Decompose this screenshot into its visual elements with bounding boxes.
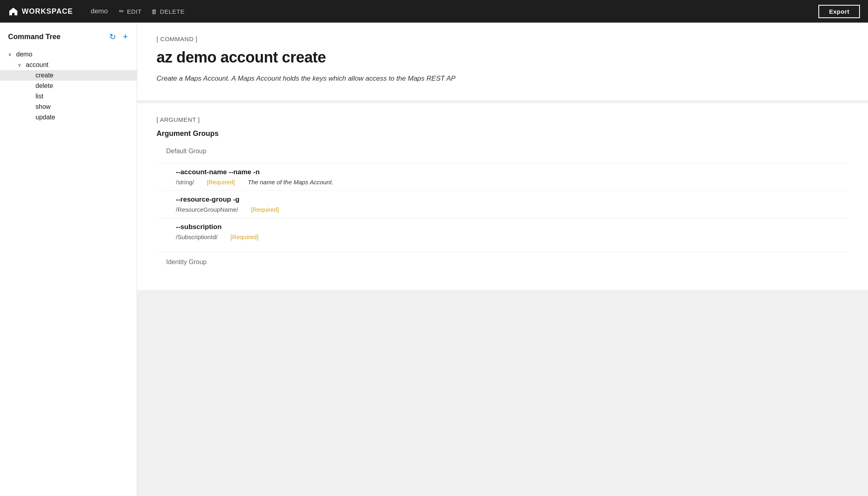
delete-label: DELETE: [160, 8, 184, 15]
home-icon: [8, 7, 19, 16]
tree-item-create[interactable]: create: [0, 70, 137, 81]
tree-item-list[interactable]: list: [0, 91, 137, 102]
argument-section: [ ARGUMENT ] Argument Groups Default Gro…: [137, 103, 868, 290]
tree-item-demo[interactable]: ∨ demo: [0, 49, 137, 60]
delete-button[interactable]: 🗑 DELETE: [151, 8, 185, 15]
arg-details-subscription: /SubscriptionId/ [Required]: [176, 233, 849, 240]
chevron-down-icon: ∨: [18, 62, 26, 68]
arg-item-account-name: --account-name --name -n /string/ [Requi…: [156, 163, 849, 190]
arg-required-resource-group: [Required]: [251, 206, 279, 213]
tree-item-update[interactable]: update: [0, 112, 137, 123]
tree-item-account[interactable]: ∨ account: [0, 60, 137, 70]
arg-desc-account-name: The name of the Maps Account.: [248, 179, 333, 185]
tree-label-list: list: [35, 93, 129, 100]
tree-item-show[interactable]: show: [0, 102, 137, 112]
arg-details-resource-group: /ResourceGroupName/ [Required]: [176, 206, 849, 213]
sidebar: Command Tree ↻ + ∨ demo ∨ account create…: [0, 23, 137, 496]
refresh-button[interactable]: ↻: [108, 31, 117, 42]
argument-groups-title: Argument Groups: [156, 129, 849, 138]
home-button[interactable]: WORKSPACE: [8, 7, 83, 16]
tree-label-create: create: [35, 72, 129, 79]
workspace-label: WORKSPACE: [22, 7, 73, 16]
command-section: [ COMMAND ] az demo account create Creat…: [137, 23, 868, 100]
sidebar-title: Command Tree: [8, 33, 104, 41]
pencil-icon: ✏: [119, 8, 125, 15]
tree-label-demo: demo: [16, 51, 129, 58]
arg-name-subscription: --subscription: [176, 223, 849, 231]
arg-required-account-name: [Required]: [207, 179, 235, 185]
content-area: [ COMMAND ] az demo account create Creat…: [137, 23, 868, 496]
workspace-name: demo: [91, 7, 108, 15]
edit-button[interactable]: ✏ EDIT: [119, 8, 142, 15]
arg-type-account-name: /string/: [176, 179, 194, 185]
edit-label: EDIT: [127, 8, 142, 15]
arg-item-resource-group: --resource-group -g /ResourceGroupName/ …: [156, 190, 849, 218]
default-group-title: Default Group: [156, 148, 849, 155]
sidebar-header: Command Tree ↻ +: [0, 31, 137, 49]
topbar: WORKSPACE demo ✏ EDIT 🗑 DELETE Export: [0, 0, 868, 23]
argument-section-label: [ ARGUMENT ]: [156, 116, 849, 123]
arg-type-resource-group: /ResourceGroupName/: [176, 206, 238, 213]
export-button[interactable]: Export: [818, 5, 860, 18]
main-layout: Command Tree ↻ + ∨ demo ∨ account create…: [0, 23, 868, 496]
command-title: az demo account create: [156, 49, 849, 66]
arg-item-subscription: --subscription /SubscriptionId/ [Require…: [156, 218, 849, 245]
add-button[interactable]: +: [122, 31, 129, 43]
arg-details-account-name: /string/ [Required] The name of the Maps…: [176, 179, 849, 185]
arg-type-subscription: /SubscriptionId/: [176, 233, 217, 240]
topbar-actions: ✏ EDIT 🗑 DELETE: [119, 8, 185, 15]
arg-required-subscription: [Required]: [230, 233, 258, 240]
tree-label-show: show: [35, 103, 129, 110]
tree-label-update: update: [35, 114, 129, 121]
arg-name-resource-group: --resource-group -g: [176, 196, 849, 204]
command-section-label: [ COMMAND ]: [156, 35, 849, 42]
arg-name-account-name: --account-name --name -n: [176, 168, 849, 176]
tree-label-delete: delete: [35, 82, 129, 90]
trash-icon: 🗑: [151, 8, 158, 15]
command-description: Create a Maps Account. A Maps Account ho…: [156, 73, 849, 84]
tree-item-delete[interactable]: delete: [0, 81, 137, 91]
chevron-down-icon: ∨: [8, 52, 16, 57]
identity-group-title: Identity Group: [156, 252, 849, 266]
tree-label-account: account: [26, 61, 129, 69]
